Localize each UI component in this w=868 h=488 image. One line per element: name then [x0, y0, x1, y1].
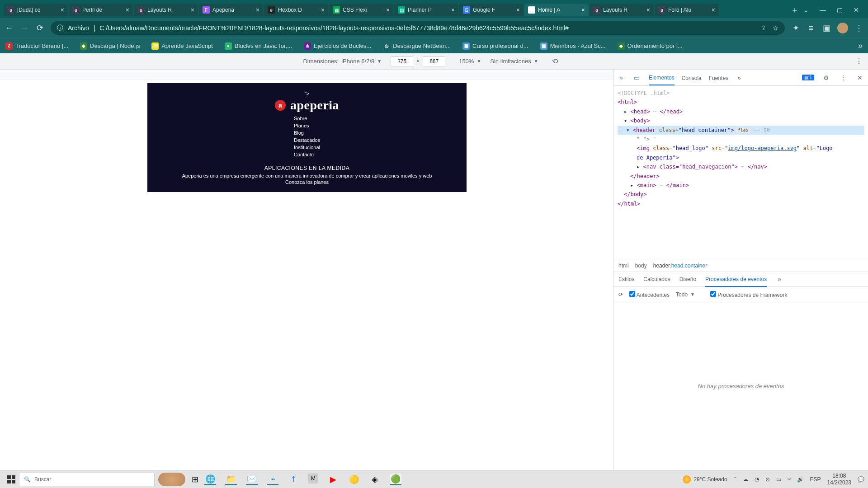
- inspect-icon[interactable]: ⟐: [618, 72, 625, 83]
- tray-notifications-icon[interactable]: 💬: [858, 476, 864, 483]
- browser-tab[interactable]: ◷Home | A×: [524, 4, 589, 16]
- throttle-select[interactable]: Sin limitaciones ▼: [490, 58, 538, 65]
- bookmark-overflow-icon[interactable]: »: [858, 41, 863, 51]
- tab-close-icon[interactable]: ×: [126, 6, 129, 14]
- app-explorer[interactable]: 📁: [225, 474, 237, 485]
- tab-close-icon[interactable]: ×: [451, 6, 455, 14]
- app-facebook[interactable]: f: [288, 474, 299, 485]
- bookmark-item[interactable]: ▦Miembros - Azul Sc...: [540, 42, 606, 50]
- subtab-styles[interactable]: Estilos: [618, 276, 634, 282]
- tab-close-icon[interactable]: ×: [516, 6, 520, 14]
- tray-clock[interactable]: 18:08 14/2/2023: [827, 473, 851, 486]
- tab-close-icon[interactable]: ×: [191, 6, 194, 14]
- device-height-input[interactable]: [423, 56, 445, 66]
- tab-close-icon[interactable]: ×: [321, 6, 325, 14]
- zoom-select[interactable]: 150% ▼: [459, 58, 481, 65]
- subtab-events[interactable]: Procesadores de eventos: [705, 272, 767, 287]
- tray-onedrive-icon[interactable]: ☁: [743, 476, 748, 483]
- devtools-close-icon[interactable]: ✕: [855, 72, 864, 83]
- tab-close-icon[interactable]: ×: [646, 6, 650, 14]
- event-scope-select[interactable]: Todo ▼: [676, 291, 695, 298]
- tray-location-icon[interactable]: ⊙: [765, 476, 770, 483]
- browser-tab[interactable]: a[Duda] co×: [4, 4, 68, 16]
- tab-console[interactable]: Consola: [682, 70, 702, 85]
- tabsearch-icon[interactable]: ⌄: [803, 6, 809, 14]
- bookmark-item[interactable]: ◆Descarga | Node.js: [80, 42, 140, 50]
- close-window-icon[interactable]: ✕: [854, 6, 859, 14]
- nav-link[interactable]: Destacados: [294, 137, 320, 144]
- extensions-icon[interactable]: ✦: [791, 23, 800, 33]
- app-mail[interactable]: ✉️: [246, 474, 258, 485]
- app-youtube[interactable]: ▶: [327, 474, 339, 485]
- url-field[interactable]: ⓘ Archivo | C:/Users/almaw/Documents/ora…: [51, 21, 785, 35]
- device-width-input[interactable]: [391, 56, 413, 66]
- sidepanel-icon[interactable]: ▣: [822, 23, 831, 33]
- taskbar-search[interactable]: 🔍 Buscar: [19, 473, 155, 486]
- minimize-icon[interactable]: ―: [820, 6, 826, 14]
- profile-avatar[interactable]: [837, 23, 848, 33]
- site-info-icon[interactable]: ⓘ: [57, 24, 63, 32]
- app-m[interactable]: M: [308, 474, 318, 483]
- tab-close-icon[interactable]: ×: [256, 6, 259, 14]
- ancestors-checkbox[interactable]: Antecedentes: [629, 291, 670, 298]
- tab-elements[interactable]: Elementos: [649, 70, 675, 85]
- framework-checkbox[interactable]: Procesadores de Framework: [710, 291, 787, 298]
- tray-battery-icon[interactable]: ▭: [776, 476, 781, 483]
- app-misc[interactable]: ◈: [369, 474, 381, 485]
- tab-sources[interactable]: Fuentes: [709, 70, 728, 85]
- share-icon[interactable]: ⇪: [761, 24, 766, 32]
- subtab-computed[interactable]: Calculados: [643, 276, 670, 282]
- browser-tab[interactable]: #Flexbox D×: [264, 4, 328, 16]
- bookmark-item[interactable]: JSAprende JavaScript: [151, 42, 212, 50]
- breadcrumb[interactable]: html body header.head.container: [614, 259, 868, 272]
- browser-tab[interactable]: aLayouts R×: [134, 4, 198, 16]
- new-tab-button[interactable]: ＋: [786, 3, 803, 17]
- nav-link[interactable]: Institucional: [294, 144, 320, 151]
- browser-tab[interactable]: aLayouts R×: [590, 4, 654, 16]
- bookmark-item[interactable]: ●Blucles en Java: for,...: [225, 42, 292, 50]
- rotate-icon[interactable]: ⟲: [552, 57, 558, 66]
- bookmark-item[interactable]: ◎Descargue NetBean...: [383, 42, 451, 50]
- browser-tab[interactable]: aForo | Alu×: [655, 4, 719, 16]
- browser-tab[interactable]: GGoogle F×: [459, 4, 524, 16]
- app-chrome[interactable]: 🟡: [348, 474, 360, 485]
- tab-close-icon[interactable]: ×: [581, 6, 585, 14]
- task-view-icon[interactable]: ⊞: [189, 474, 201, 485]
- tray-wifi-icon[interactable]: ⌔: [788, 476, 791, 483]
- start-button[interactable]: [4, 473, 19, 486]
- reading-list-icon[interactable]: ≡: [807, 23, 816, 33]
- browser-tab[interactable]: aPerfil de×: [69, 4, 133, 16]
- more-tabs-icon[interactable]: »: [736, 72, 743, 83]
- tab-close-icon[interactable]: ×: [61, 6, 64, 14]
- bookmark-item[interactable]: ◆Ordenamiento por i...: [618, 42, 683, 50]
- weather-widget[interactable]: 29°C Soleado: [683, 475, 727, 483]
- bookmark-item[interactable]: ▦Curso profesional d...: [462, 42, 528, 50]
- nav-back-button[interactable]: ←: [5, 23, 14, 33]
- nav-forward-button[interactable]: →: [20, 23, 29, 33]
- nav-link[interactable]: Contacto: [294, 151, 320, 159]
- bookmark-item[interactable]: ZTraductor Binario |...: [5, 42, 68, 50]
- nav-reload-button[interactable]: ⟳: [35, 23, 44, 33]
- device-bar-more-icon[interactable]: ⋮: [855, 57, 863, 66]
- issues-badge[interactable]: ▤ 1: [802, 75, 814, 80]
- device-mode-icon[interactable]: ▭: [632, 72, 642, 83]
- tray-language[interactable]: ESP: [810, 476, 821, 483]
- browser-tab[interactable]: ▤Planner P×: [394, 4, 458, 16]
- tray-meet-icon[interactable]: ◔: [755, 476, 759, 483]
- devtools-more-icon[interactable]: ⋮: [838, 72, 848, 83]
- more-subtabs-icon[interactable]: »: [776, 274, 783, 285]
- subtab-layout[interactable]: Diseño: [679, 276, 696, 282]
- settings-gear-icon[interactable]: ⚙: [821, 72, 831, 83]
- bookmark-star-icon[interactable]: ☆: [773, 24, 778, 32]
- app-vscode[interactable]: ⌁: [267, 474, 278, 485]
- tab-close-icon[interactable]: ×: [712, 6, 715, 14]
- browser-menu-icon[interactable]: ⋮: [854, 23, 863, 33]
- app-edge[interactable]: 🌐: [204, 474, 216, 485]
- tray-volume-icon[interactable]: 🔊: [797, 476, 804, 483]
- maximize-icon[interactable]: ▢: [837, 6, 843, 14]
- browser-tab[interactable]: ▦CSS Flexi×: [329, 4, 393, 16]
- refresh-icon[interactable]: ⟳: [618, 291, 623, 298]
- bookmark-item[interactable]: ⋔Ejercicios de Bucles...: [304, 42, 371, 50]
- dom-tree[interactable]: <!DOCTYPE .html> <html> ▸ <head> ⋯ </hea…: [614, 86, 868, 259]
- device-select[interactable]: Dimensiones: iPhone 6/7/8 ▼: [303, 58, 382, 65]
